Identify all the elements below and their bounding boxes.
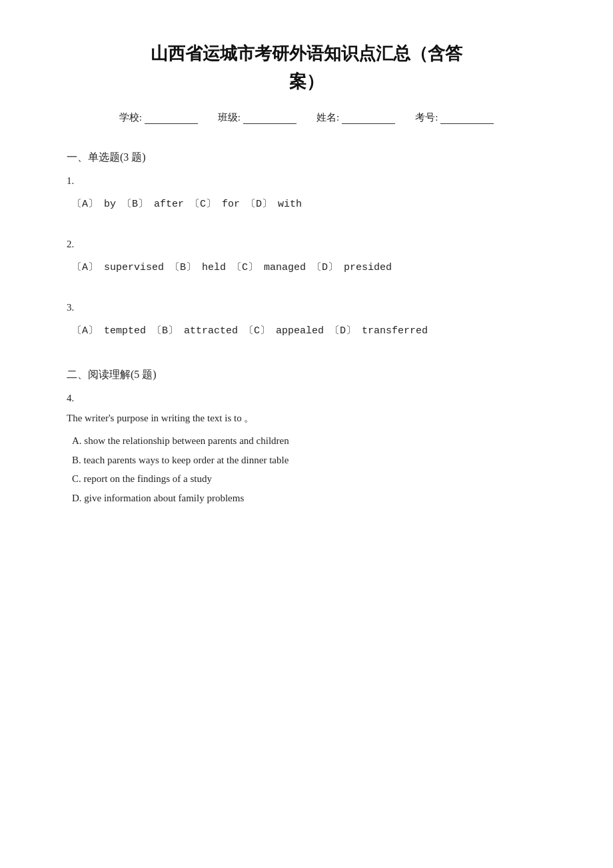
number-underline <box>440 112 494 124</box>
question-1-options: 〔A〕 by 〔B〕 after 〔C〕 for 〔D〕 with <box>67 195 546 215</box>
question-3: 3. 〔A〕 tempted 〔B〕 attracted 〔C〕 appeale… <box>67 302 546 341</box>
question-4-text: The writer's purpose in writing the text… <box>67 412 546 425</box>
class-underline <box>243 112 297 124</box>
question-1: 1. 〔A〕 by 〔B〕 after 〔C〕 for 〔D〕 with <box>67 175 546 215</box>
option-4b: B. teach parents ways to keep order at t… <box>72 451 546 470</box>
section-1: 一、单选题(3 题) 1. 〔A〕 by 〔B〕 after 〔C〕 for 〔… <box>67 151 546 341</box>
section-2: 二、阅读理解(5 题) 4. The writer's purpose in w… <box>67 368 546 507</box>
class-field: 班级: <box>218 111 297 124</box>
question-2-number: 2. <box>67 239 546 250</box>
question-4-number: 4. <box>67 393 546 404</box>
question-2-options: 〔A〕 supervised 〔B〕 held 〔C〕 managed 〔D〕 … <box>67 258 546 278</box>
option-4c: C. report on the findings of a study <box>72 469 546 489</box>
info-row: 学校: 班级: 姓名: 考号: <box>67 111 546 124</box>
question-1-number: 1. <box>67 175 546 187</box>
question-3-number: 3. <box>67 302 546 313</box>
question-2: 2. 〔A〕 supervised 〔B〕 held 〔C〕 managed 〔… <box>67 239 546 278</box>
option-4a: A. show the relationship between parents… <box>72 431 546 451</box>
page-title: 山西省运城市考研外语知识点汇总（含答 案） <box>67 40 546 95</box>
number-field: 考号: <box>415 111 494 124</box>
school-field: 学校: <box>119 111 198 124</box>
section-2-title: 二、阅读理解(5 题) <box>67 368 546 382</box>
name-field: 姓名: <box>316 111 395 124</box>
question-4: 4. The writer's purpose in writing the t… <box>67 393 546 507</box>
school-underline <box>145 112 198 124</box>
question-3-options: 〔A〕 tempted 〔B〕 attracted 〔C〕 appealed 〔… <box>67 321 546 341</box>
question-4-options: A. show the relationship between parents… <box>67 431 546 507</box>
section-1-title: 一、单选题(3 题) <box>67 151 546 165</box>
name-underline <box>342 112 395 124</box>
option-4d: D. give information about family problem… <box>72 489 546 508</box>
